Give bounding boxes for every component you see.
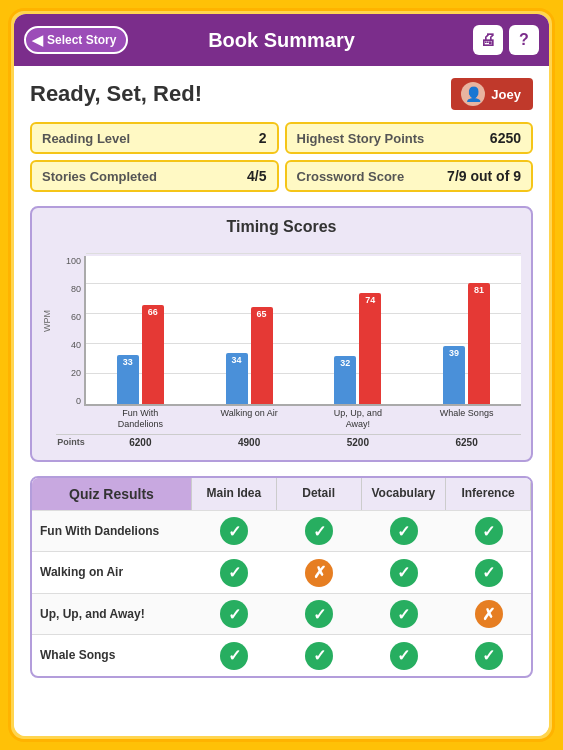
bar-red-1: 66	[142, 305, 164, 404]
check-icon: ✓	[305, 642, 333, 670]
quiz-r1c2: ✓	[277, 511, 362, 552]
print-button[interactable]: 🖨	[473, 25, 503, 55]
bar-val-red-3: 74	[365, 293, 375, 305]
points-row: Points 6200 4900 5200 6250	[56, 434, 521, 450]
check-icon: ✓	[475, 642, 503, 670]
check-icon: ✓	[305, 600, 333, 628]
quiz-r3c3: ✓	[362, 594, 447, 635]
user-name: Joey	[491, 87, 521, 102]
help-button[interactable]: ?	[509, 25, 539, 55]
stat-highest-points: Highest Story Points 6250	[285, 122, 534, 154]
quiz-row-4: Whale Songs ✓ ✓ ✓ ✓	[32, 634, 531, 676]
bar-red-4: 81	[468, 283, 490, 405]
stat-label-stories: Stories Completed	[42, 169, 157, 184]
content-area: Ready, Set, Red! 👤 Joey Reading Level 2 …	[14, 66, 549, 736]
back-label: Select Story	[47, 33, 116, 47]
bar-group-4: 39 81	[412, 256, 521, 404]
header: ◀ Select Story Book Summary 🖨 ?	[14, 14, 549, 66]
quiz-r4c4: ✓	[446, 635, 531, 676]
check-icon: ✓	[390, 517, 418, 545]
check-icon: ✓	[475, 559, 503, 587]
header-icons: 🖨 ?	[473, 25, 539, 55]
y-100: 100	[56, 256, 81, 266]
bar-label-4: Whale Songs	[412, 408, 521, 430]
y-80: 80	[56, 284, 81, 294]
check-icon: ✓	[220, 559, 248, 587]
quiz-r1c3: ✓	[362, 511, 447, 552]
stat-label-crossword: Crossword Score	[297, 169, 405, 184]
quiz-r2c4: ✓	[446, 552, 531, 593]
stat-reading-level: Reading Level 2	[30, 122, 279, 154]
chart-title: Timing Scores	[42, 218, 521, 236]
check-icon: ✓	[390, 600, 418, 628]
stat-value-reading-level: 2	[259, 130, 267, 146]
bar-pair-1: 33 66	[117, 256, 164, 404]
quiz-r4c2: ✓	[277, 635, 362, 676]
bar-blue-3: 32	[334, 356, 356, 404]
check-icon: ✓	[220, 600, 248, 628]
quiz-row-1: Fun With Dandelions ✓ ✓ ✓ ✓	[32, 510, 531, 552]
points-val-4: 6250	[412, 435, 521, 450]
check-icon: ✓	[305, 517, 333, 545]
bar-val-blue-3: 32	[340, 356, 350, 368]
back-arrow-icon: ◀	[32, 32, 43, 48]
bar-val-blue-1: 33	[123, 355, 133, 367]
header-title: Book Summary	[208, 29, 355, 52]
bar-val-red-4: 81	[474, 283, 484, 295]
title-row: Ready, Set, Red! 👤 Joey	[30, 78, 533, 110]
y-20: 20	[56, 368, 81, 378]
quiz-r3c1: ✓	[192, 594, 277, 635]
quiz-r1c4: ✓	[446, 511, 531, 552]
check-icon: ✓	[220, 642, 248, 670]
bar-val-blue-2: 34	[232, 353, 242, 365]
points-label: Points	[56, 435, 86, 450]
col-vocabulary: Vocabulary	[362, 478, 447, 510]
points-val-3: 5200	[304, 435, 413, 450]
bar-red-3: 74	[359, 293, 381, 404]
user-badge: 👤 Joey	[451, 78, 533, 110]
quiz-r2c1: ✓	[192, 552, 277, 593]
bar-group-1: 33 66	[86, 256, 195, 404]
quiz-story-4: Whale Songs	[32, 640, 192, 670]
bar-blue-1: 33	[117, 355, 139, 405]
stat-crossword: Crossword Score 7/9 out of 9	[285, 160, 534, 192]
quiz-r2c2: ✗	[277, 552, 362, 593]
bar-group-2: 34 65	[195, 256, 304, 404]
bar-pair-2: 34 65	[226, 256, 273, 404]
grid-line-100	[86, 253, 521, 254]
x-icon: ✗	[475, 600, 503, 628]
quiz-section: Quiz Results Main Idea Detail Vocabulary…	[30, 476, 533, 678]
quiz-r4c3: ✓	[362, 635, 447, 676]
x-icon: ✗	[305, 559, 333, 587]
bar-blue-4: 39	[443, 346, 465, 405]
quiz-header: Quiz Results Main Idea Detail Vocabulary…	[32, 478, 531, 510]
quiz-r2c3: ✓	[362, 552, 447, 593]
bar-val-blue-4: 39	[449, 346, 459, 358]
quiz-r1c1: ✓	[192, 511, 277, 552]
quiz-story-1: Fun With Dandelions	[32, 516, 192, 546]
bar-label-3: Up, Up, andAway!	[304, 408, 413, 430]
points-val-1: 6200	[86, 435, 195, 450]
quiz-r3c2: ✓	[277, 594, 362, 635]
quiz-story-3: Up, Up, and Away!	[32, 599, 192, 629]
quiz-story-2: Walking on Air	[32, 557, 192, 587]
stat-value-crossword: 7/9 out of 9	[447, 168, 521, 184]
stats-grid: Reading Level 2 Highest Story Points 625…	[30, 122, 533, 192]
stat-label-highest-points: Highest Story Points	[297, 131, 425, 146]
check-icon: ✓	[390, 642, 418, 670]
stat-label-reading-level: Reading Level	[42, 131, 130, 146]
quiz-r3c4: ✗	[446, 594, 531, 635]
quiz-row-2: Walking on Air ✓ ✗ ✓ ✓	[32, 551, 531, 593]
stat-value-stories: 4/5	[247, 168, 266, 184]
col-main-idea: Main Idea	[192, 478, 277, 510]
book-title: Ready, Set, Red!	[30, 81, 202, 107]
wpm-label: WPM	[42, 246, 52, 396]
bar-val-red-2: 65	[257, 307, 267, 319]
stat-value-highest-points: 6250	[490, 130, 521, 146]
quiz-r4c1: ✓	[192, 635, 277, 676]
back-button[interactable]: ◀ Select Story	[24, 26, 128, 54]
bar-label-1: Fun WithDandelions	[86, 408, 195, 430]
col-inference: Inference	[446, 478, 531, 510]
col-detail: Detail	[277, 478, 362, 510]
avatar: 👤	[461, 82, 485, 106]
